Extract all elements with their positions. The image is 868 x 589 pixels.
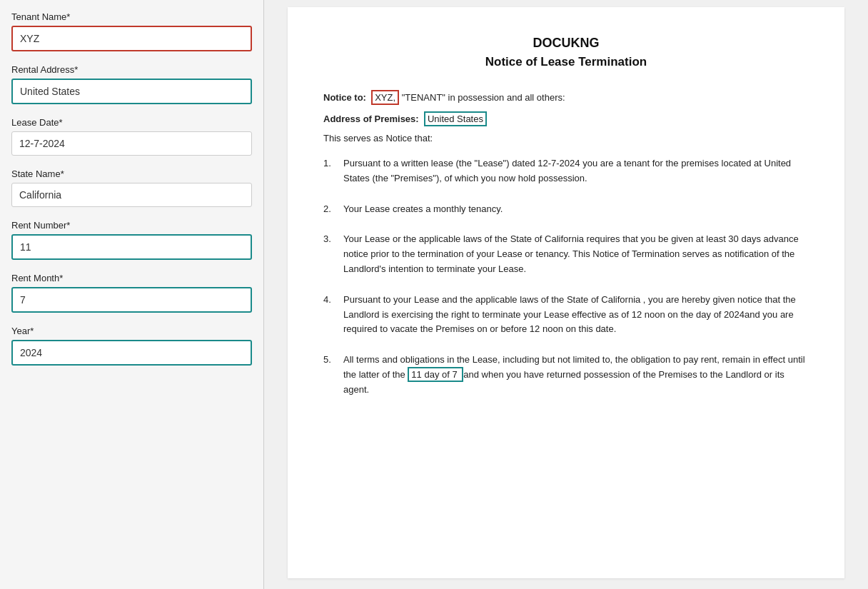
- doc-title: DOCUKNG: [323, 36, 809, 51]
- doc-item-4: 4.Pursuant to your Lease and the applica…: [323, 293, 809, 337]
- state-name-label: State Name*: [11, 168, 252, 179]
- notice-to-line: Notice to: XYZ, "TENANT" in possession a…: [323, 91, 809, 105]
- tenant-name-label: Tenant Name*: [11, 11, 252, 22]
- field-group-rent-number: Rent Number*: [11, 220, 252, 260]
- field-group-rent-month: Rent Month*: [11, 273, 252, 313]
- doc-item-content-5: All terms and obligations in the Lease, …: [343, 353, 809, 397]
- doc-item-num-2: 2.: [323, 202, 343, 217]
- notice-to-label: Notice to:: [323, 92, 366, 103]
- rent-month-label: Rent Month*: [11, 273, 252, 283]
- rental-address-input[interactable]: [11, 79, 252, 104]
- field-group-rental-address: Rental Address*: [11, 64, 252, 104]
- day-of-7-highlight: 11 day of 7: [408, 367, 463, 382]
- doc-subtitle: Notice of Lease Termination: [323, 55, 809, 69]
- field-group-lease-date: Lease Date*: [11, 117, 252, 156]
- rental-address-label: Rental Address*: [11, 64, 252, 75]
- document: DOCUKNG Notice of Lease Termination Noti…: [288, 7, 844, 578]
- doc-item-5: 5.All terms and obligations in the Lease…: [323, 353, 809, 397]
- tenant-name-input[interactable]: [11, 26, 252, 51]
- doc-item-content-3: Your Lease or the applicable laws of the…: [343, 232, 809, 276]
- right-panel: DOCUKNG Notice of Lease Termination Noti…: [264, 0, 868, 589]
- doc-item-num-5: 5.: [323, 353, 343, 368]
- doc-item-3: 3.Your Lease or the applicable laws of t…: [323, 232, 809, 276]
- doc-item-content-2: Your Lease creates a monthly tenancy.: [343, 202, 809, 217]
- address-value-highlight: United States: [424, 111, 487, 126]
- doc-item-num-3: 3.: [323, 232, 343, 247]
- doc-item-content-4: Pursuant to your Lease and the applicabl…: [343, 293, 809, 337]
- lease-date-input[interactable]: [11, 131, 252, 156]
- left-panel: Tenant Name*Rental Address*Lease Date*St…: [0, 0, 264, 589]
- rent-month-input[interactable]: [11, 287, 252, 313]
- notice-to-suffix: "TENANT" in possession and all others:: [399, 92, 565, 103]
- rent-number-input[interactable]: [11, 234, 252, 260]
- doc-items-list: 1.Pursuant to a written lease (the "Leas…: [323, 156, 809, 398]
- year-label: Year*: [11, 326, 252, 336]
- field-group-state-name: State Name*: [11, 168, 252, 207]
- field-group-tenant-name: Tenant Name*: [11, 11, 252, 51]
- doc-item-1: 1.Pursuant to a written lease (the "Leas…: [323, 156, 809, 186]
- state-name-input[interactable]: [11, 183, 252, 207]
- doc-item-content-1: Pursuant to a written lease (the "Lease"…: [343, 156, 809, 186]
- rent-number-label: Rent Number*: [11, 220, 252, 231]
- address-label: Address of Premises:: [323, 114, 419, 124]
- lease-date-label: Lease Date*: [11, 117, 252, 128]
- field-group-year: Year*: [11, 326, 252, 366]
- year-input[interactable]: [11, 340, 252, 366]
- serves-notice: This serves as Notice that:: [323, 133, 809, 144]
- address-line: Address of Premises: United States: [323, 112, 809, 126]
- tenant-name-highlight: XYZ,: [371, 90, 399, 105]
- doc-item-num-1: 1.: [323, 156, 343, 171]
- doc-item-num-4: 4.: [323, 293, 343, 308]
- doc-item-2: 2.Your Lease creates a monthly tenancy.: [323, 202, 809, 217]
